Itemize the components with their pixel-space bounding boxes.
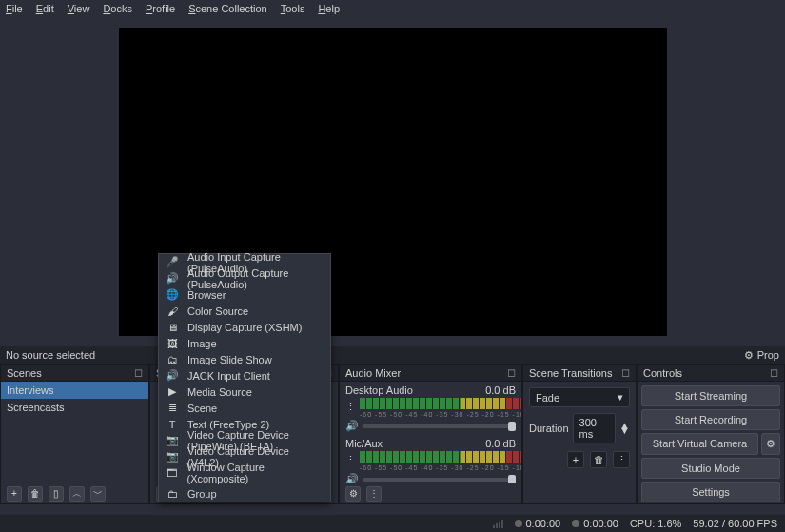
scene-up-button[interactable]: ︿ — [69, 486, 85, 502]
start-streaming-button[interactable]: Start Streaming — [641, 385, 780, 406]
transition-menu-button[interactable]: ⋮ — [613, 451, 630, 468]
mixer-menu-button[interactable]: ⋮ — [366, 486, 382, 502]
studio-mode-button[interactable]: Studio Mode — [641, 458, 780, 479]
menu-help[interactable]: Help — [318, 3, 340, 14]
gear-icon: ⚙ — [744, 349, 754, 362]
start-recording-button[interactable]: Start Recording — [641, 409, 780, 430]
volume-slider[interactable] — [363, 424, 516, 428]
speaker-icon[interactable]: 🔊 — [345, 473, 359, 483]
menu-item[interactable]: 🗔Window Capture (Xcomposite) — [159, 464, 330, 481]
duration-spinner[interactable]: ▲▼ — [619, 424, 630, 433]
menu-item[interactable]: 🖼Image — [159, 335, 330, 351]
selected-source-bar: No source selected ⚙ Prop — [0, 346, 785, 364]
scene-item-screencasts[interactable]: Screencasts — [1, 399, 148, 416]
scenes-dock: Scenes◻ Interviews Screencasts + 🗑 ▯ ︿ ﹀ — [0, 364, 149, 504]
menu-profile[interactable]: Profile — [146, 3, 175, 14]
folder-icon: 🗀 — [167, 488, 178, 500]
menu-edit[interactable]: Edit — [36, 3, 54, 14]
status-bar: 0:00:00 0:00:00 CPU: 1.6% 59.02 / 60.00 … — [0, 515, 785, 532]
transitions-title: Scene Transitions — [529, 367, 612, 379]
speaker-icon[interactable]: 🔊 — [345, 420, 359, 432]
mixer-settings-button[interactable]: ⚙ — [345, 486, 361, 502]
menu-docks[interactable]: Docks — [103, 3, 132, 14]
menubar: FFileile Edit View Docks Profile Scene C… — [0, 0, 785, 17]
text-icon: T — [167, 419, 178, 430]
start-virtual-camera-button[interactable]: Start Virtual Camera — [641, 433, 758, 455]
controls-dock: Controls◻ Start Streaming Start Recordin… — [637, 364, 785, 504]
menu-item[interactable]: ≣Scene — [159, 400, 330, 416]
controls-title: Controls — [643, 367, 682, 379]
settings-button[interactable]: Settings — [641, 482, 780, 502]
transition-select[interactable]: Fade ▾ — [529, 387, 630, 407]
remove-transition-button[interactable]: 🗑 — [590, 451, 607, 468]
selected-source-text: No source selected — [6, 349, 95, 361]
add-scene-button[interactable]: + — [7, 486, 22, 502]
vcam-settings-button[interactable]: ⚙ — [761, 433, 780, 455]
brush-icon: 🖌 — [167, 305, 178, 317]
transitions-dock: Scene Transitions◻ Fade ▾ Duration 300 m… — [522, 364, 637, 504]
preview-area — [0, 17, 785, 346]
speaker-icon: 🔊 — [167, 369, 178, 382]
popout-icon[interactable]: ◻ — [134, 366, 143, 379]
menu-item[interactable]: 🗂Image Slide Show — [159, 351, 330, 367]
menu-scene-collection[interactable]: Scene Collection — [188, 3, 267, 14]
scene-filter-button[interactable]: ▯ — [49, 486, 64, 502]
menu-view[interactable]: View — [68, 3, 90, 14]
audio-mixer-dock: Audio Mixer◻ Desktop Audio0.0 dB ⋮ -60 -… — [339, 364, 522, 504]
duration-label: Duration — [529, 423, 569, 434]
audio-meter — [360, 398, 521, 409]
menu-tools[interactable]: Tools — [281, 3, 305, 14]
docks-row: Scenes◻ Interviews Screencasts + 🗑 ▯ ︿ ﹀… — [0, 364, 785, 504]
menu-item[interactable]: 🖌Color Source — [159, 303, 330, 319]
mixer-channel-mic: Mic/Aux0.0 dB ⋮ -60 -55 -50 -45 -40 -35 … — [340, 435, 521, 483]
menu-item[interactable]: 🔊Audio Output Capture (PulseAudio) — [159, 270, 330, 286]
cpu-status: CPU: 1.6% — [630, 518, 681, 529]
scenes-title: Scenes — [7, 367, 42, 379]
popout-icon[interactable]: ◻ — [621, 366, 630, 379]
duration-input[interactable]: 300 ms — [573, 413, 617, 443]
popout-icon[interactable]: ◻ — [770, 366, 778, 379]
volume-slider[interactable] — [363, 478, 516, 482]
list-icon: ≣ — [167, 402, 178, 414]
menu-item[interactable]: 🔊JACK Input Client — [159, 367, 330, 384]
camera-icon: 📷 — [167, 434, 178, 446]
mixer-title: Audio Mixer — [345, 367, 401, 379]
mic-icon: 🎤 — [167, 256, 178, 268]
fps-status: 59.02 / 60.00 FPS — [693, 518, 777, 529]
channel-menu-icon[interactable]: ⋮ — [345, 454, 356, 466]
menu-file[interactable]: FFileile — [6, 3, 23, 14]
scene-down-button[interactable]: ﹀ — [90, 486, 106, 502]
camera-icon: 📷 — [167, 450, 178, 463]
audio-meter — [360, 451, 521, 463]
source-type-menu: 🎤Audio Input Capture (PulseAudio)🔊Audio … — [158, 253, 331, 502]
channel-menu-icon[interactable]: ⋮ — [345, 401, 356, 413]
monitor-icon: 🖥 — [167, 322, 178, 333]
remove-scene-button[interactable]: 🗑 — [28, 486, 43, 502]
stream-dot-icon — [572, 520, 579, 527]
speaker-icon: 🔊 — [167, 272, 178, 285]
menu-item[interactable]: ▶Media Source — [159, 384, 330, 400]
window-icon: 🗔 — [167, 467, 177, 479]
play-icon: ▶ — [167, 385, 178, 398]
popout-icon[interactable]: ◻ — [507, 366, 516, 379]
image-icon: 🖼 — [167, 338, 178, 349]
menu-item[interactable]: 🖥Display Capture (XSHM) — [159, 319, 330, 335]
menu-item-group[interactable]: 🗀 Group — [159, 485, 330, 502]
chevron-down-icon: ▾ — [618, 391, 623, 404]
scene-item-interviews[interactable]: Interviews — [1, 382, 148, 399]
network-icon — [493, 519, 503, 528]
add-transition-button[interactable]: + — [567, 451, 584, 468]
globe-icon: 🌐 — [167, 288, 178, 301]
mixer-channel-desktop: Desktop Audio0.0 dB ⋮ -60 -55 -50 -45 -4… — [340, 382, 521, 435]
slides-icon: 🗂 — [167, 354, 178, 365]
rec-dot-icon — [515, 520, 522, 527]
properties-button[interactable]: ⚙ Prop — [744, 349, 779, 362]
